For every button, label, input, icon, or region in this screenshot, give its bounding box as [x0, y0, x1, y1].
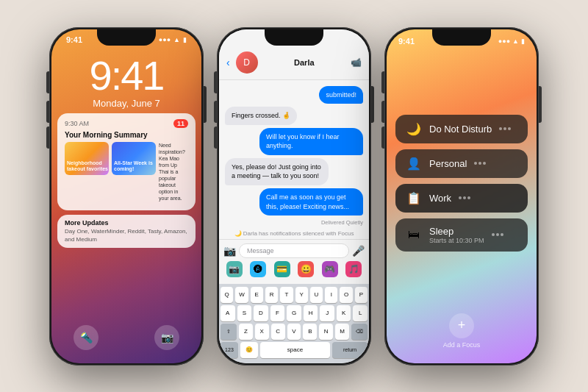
notif-img-text-2: All-Star Week is coming!	[114, 160, 156, 173]
status-time-1: 9:41	[66, 35, 82, 44]
dnd-menu[interactable]	[499, 127, 511, 130]
more-updates-text: Day One, WaterMinder, Reddit, Tasty, Ama…	[65, 228, 188, 243]
key-q[interactable]: Q	[220, 287, 233, 303]
sleep-icon: 🛏	[406, 228, 422, 241]
back-button[interactable]: ‹	[226, 57, 230, 68]
app-icon-6[interactable]: 🎵	[345, 261, 362, 277]
focus-item-work[interactable]: 📋 Work	[395, 184, 528, 213]
key-k[interactable]: K	[337, 305, 351, 321]
key-x[interactable]: X	[255, 324, 269, 340]
key-return[interactable]: return	[332, 342, 368, 358]
key-t[interactable]: T	[280, 287, 293, 303]
imessage-bg: ‹ D Darla 📹 submitted! Fingers crossed. …	[219, 29, 369, 363]
focus-item-personal[interactable]: 👤 Personal	[395, 149, 528, 178]
key-e[interactable]: E	[251, 287, 263, 303]
message-sent-3: Call me as soon as you get this, please!…	[259, 188, 363, 215]
morning-summary-card: 9:30 AM 11 Your Morning Summary Neighbor…	[57, 113, 196, 211]
key-r[interactable]: R	[265, 287, 278, 303]
focus-item-dnd[interactable]: 🌙 Do Not Disturb	[395, 115, 528, 143]
message-received-1: Fingers crossed. 🤞	[225, 107, 297, 125]
key-shift[interactable]: ⇧	[220, 324, 237, 340]
phone-1-lockscreen: 9:41 ●●● ▲ ▮ 9:41 Monday, June 7 9:30 AM…	[49, 27, 204, 366]
work-menu[interactable]	[459, 196, 470, 199]
keyboard-row-3: ⇧ Z X C V B N M ⌫	[220, 324, 368, 340]
key-l[interactable]: L	[353, 305, 368, 321]
signal-icon: ●●●	[159, 36, 171, 43]
key-j[interactable]: J	[320, 305, 334, 321]
camera-icon[interactable]: 📷	[154, 325, 179, 350]
message-received-2: Yes, please do! Just going into a meetin…	[225, 158, 329, 185]
add-focus-section: + Add a Focus	[387, 313, 537, 363]
wifi-icon-3: ▲	[512, 38, 519, 45]
key-o[interactable]: O	[340, 287, 352, 303]
sleep-label-wrap: Sleep Starts at 10:30 PM	[429, 226, 484, 244]
key-delete[interactable]: ⌫	[351, 324, 368, 340]
flashlight-icon[interactable]: 🔦	[74, 325, 98, 350]
notch-2	[265, 29, 323, 46]
wifi-icon: ▲	[173, 36, 180, 43]
key-z[interactable]: Z	[239, 324, 253, 340]
phone-2-imessage: ‹ D Darla 📹 submitted! Fingers crossed. …	[217, 27, 371, 366]
message-input[interactable]: Message	[239, 243, 349, 258]
lock-date: Monday, June 7	[51, 98, 201, 109]
camera-button[interactable]: 📷	[223, 245, 236, 257]
key-123[interactable]: 123	[220, 342, 238, 358]
key-y[interactable]: Y	[295, 287, 308, 303]
video-call-button[interactable]: 📹	[351, 57, 362, 68]
key-space[interactable]: space	[260, 342, 331, 358]
battery-icon-3: ▮	[521, 38, 525, 45]
notif-img-text-1: Neighborhood takeout favorites	[67, 160, 109, 173]
notif-image-baseball: All-Star Week is coming!	[112, 142, 156, 175]
sleep-menu[interactable]	[492, 233, 503, 236]
app-icons-row: 📷 🅐 💳 😀 🎮 🎵	[223, 261, 365, 277]
key-a[interactable]: A	[220, 305, 235, 321]
key-n[interactable]: N	[319, 324, 333, 340]
app-icon-5[interactable]: 🎮	[322, 261, 338, 277]
toolbar-row: 📷 Message 🎤	[223, 243, 365, 258]
app-icon-3[interactable]: 💳	[274, 261, 290, 277]
key-f[interactable]: F	[270, 305, 285, 321]
notch-3	[432, 29, 491, 46]
key-v[interactable]: V	[287, 324, 301, 340]
personal-label-wrap: Personal	[429, 158, 467, 169]
key-emoji[interactable]: 😊	[240, 342, 258, 358]
keyboard-row-2: A S D F G H J K L	[220, 305, 368, 321]
work-label-wrap: Work	[429, 193, 451, 204]
app-icon-2[interactable]: 🅐	[250, 261, 266, 277]
imessage-toolbar: 📷 Message 🎤 📷 🅐 💳 😀 🎮 🎵	[219, 239, 369, 284]
key-g[interactable]: G	[287, 305, 301, 321]
lock-bottom-icons: 🔦 📷	[51, 325, 201, 350]
status-time-3: 9:41	[398, 37, 415, 46]
key-h[interactable]: H	[304, 305, 318, 321]
key-u[interactable]: U	[310, 287, 323, 303]
keyboard-row-4: 123 😊 space return	[220, 342, 368, 358]
app-icon-1[interactable]: 📷	[226, 261, 243, 277]
phone-3-focus: 9:41 ●●● ▲ ▮ 🌙 Do Not Disturb	[384, 27, 539, 366]
more-updates-card: More Updates Day One, WaterMinder, Reddi…	[57, 215, 196, 248]
keyboard: Q W E R T Y U I O P A S D F G H	[219, 284, 369, 363]
focus-item-sleep[interactable]: 🛏 Sleep Starts at 10:30 PM	[395, 218, 528, 252]
battery-icon: ▮	[183, 36, 187, 43]
contact-name: Darla	[264, 58, 345, 67]
key-m[interactable]: M	[335, 324, 349, 340]
key-p[interactable]: P	[355, 287, 368, 303]
key-w[interactable]: W	[235, 287, 248, 303]
personal-icon: 👤	[406, 157, 422, 171]
key-s[interactable]: S	[237, 305, 252, 321]
notch-1	[97, 29, 156, 46]
message-sent-2: Will let you know if I hear anything.	[259, 128, 363, 155]
key-b[interactable]: B	[303, 324, 317, 340]
key-c[interactable]: C	[271, 324, 285, 340]
more-updates-title: More Updates	[65, 219, 188, 227]
app-icon-4[interactable]: 😀	[298, 261, 314, 277]
dnd-label: Do Not Disturb	[429, 124, 492, 135]
focus-bg: 9:41 ●●● ▲ ▮ 🌙 Do Not Disturb	[387, 29, 537, 363]
status-icons-1: ●●● ▲ ▮	[159, 36, 187, 43]
key-d[interactable]: D	[254, 305, 268, 321]
keyboard-row-1: Q W E R T Y U I O P	[220, 287, 368, 303]
contact-info: Darla	[264, 58, 345, 67]
key-i[interactable]: I	[325, 287, 337, 303]
audio-button[interactable]: 🎤	[352, 245, 365, 257]
add-focus-button[interactable]: +	[449, 313, 474, 338]
personal-menu[interactable]	[474, 162, 486, 165]
